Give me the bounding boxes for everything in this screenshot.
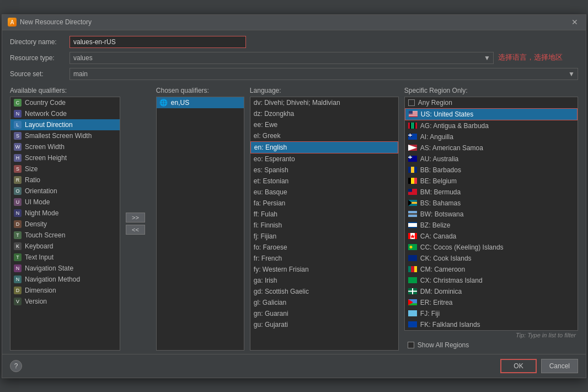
ai-flag-icon (408, 134, 417, 140)
region-be[interactable]: BE: Belgium (405, 176, 578, 187)
qualifier-ratio[interactable]: R Ratio (10, 174, 120, 186)
region-cm[interactable]: CM: Cameroon (405, 264, 578, 275)
lang-dz[interactable]: dz: Dzongkha (250, 108, 398, 119)
help-button[interactable]: ? (10, 360, 22, 372)
lang-fr[interactable]: fr: French (250, 253, 398, 264)
language-list[interactable]: dv: Divehi; Dhivehi; Maldivian dz: Dzong… (250, 97, 399, 351)
region-bs[interactable]: BS: Bahamas (405, 198, 578, 209)
lang-gd[interactable]: gd: Scottish Gaelic (250, 286, 398, 297)
region-ca[interactable]: CA: Canada (405, 231, 578, 242)
footer: ? OK Cancel (2, 354, 586, 378)
available-qualifiers-list[interactable]: C Country Code N Network Code L Layout D… (10, 97, 120, 351)
lang-ff[interactable]: ff: Fulah (250, 209, 398, 220)
qualifier-version-label: Version (25, 298, 47, 305)
source-set-select[interactable]: main (70, 68, 578, 80)
source-set-wrapper: main ▼ (70, 68, 578, 80)
region-er[interactable]: ER: Eritrea (405, 297, 578, 308)
lang-gl[interactable]: gl: Galician (250, 297, 398, 308)
show-all-regions-item[interactable]: Show All Regions (404, 340, 578, 351)
region-ai[interactable]: AI: Anguilla (405, 131, 578, 142)
qualifier-keyboard[interactable]: K Keyboard (10, 241, 120, 252)
region-bb[interactable]: BB: Barbados (405, 165, 578, 176)
available-qualifiers-panel: Available qualifiers: C Country Code N N… (10, 87, 120, 351)
qualifier-size[interactable]: S Size (10, 163, 120, 174)
svg-rect-22 (411, 167, 414, 173)
qualifier-dimension[interactable]: D Dimension (10, 285, 120, 296)
region-au[interactable]: AU: Australia (405, 153, 578, 165)
cancel-button[interactable]: Cancel (541, 359, 578, 373)
bz-flag-icon (408, 222, 417, 228)
be-flag-icon (408, 178, 417, 184)
qualifier-smallest-screen-width[interactable]: S Smallest Screen Width (10, 130, 120, 141)
main-content: Available qualifiers: C Country Code N N… (2, 83, 586, 354)
qualifier-country-code[interactable]: C Country Code (10, 97, 120, 108)
qualifier-navigation-method[interactable]: N Navigation Method (10, 274, 120, 285)
remove-qualifier-button[interactable]: << (126, 225, 145, 235)
lang-ga[interactable]: ga: Irish (250, 275, 398, 286)
lang-fa[interactable]: fa: Persian (250, 198, 398, 209)
lang-et[interactable]: et: Estonian (250, 176, 398, 187)
lang-gn[interactable]: gn: Guarani (250, 308, 398, 319)
region-fk[interactable]: FK: Falkland Islands (405, 319, 578, 330)
qualifier-screen-width[interactable]: W Screen Width (10, 141, 120, 152)
lang-es[interactable]: es: Spanish (250, 165, 398, 176)
lang-fy[interactable]: fy: Western Frisian (250, 264, 398, 275)
lang-eo[interactable]: eo: Esperanto (250, 153, 398, 165)
qualifier-navigation-state[interactable]: N Navigation State (10, 263, 120, 274)
size-icon: S (14, 165, 22, 173)
close-button[interactable]: ✕ (569, 17, 580, 27)
lang-dv[interactable]: dv: Divehi; Dhivehi; Maldivian (250, 97, 398, 108)
region-cc[interactable]: CC: Cocos (Keeling) Islands (405, 242, 578, 253)
lang-fj[interactable]: fj: Fijian (250, 231, 398, 242)
region-bz[interactable]: BZ: Belize (405, 220, 578, 231)
region-ck[interactable]: CK: Cook Islands (405, 253, 578, 264)
lang-el[interactable]: el: Greek (250, 130, 398, 141)
svg-point-44 (409, 246, 412, 248)
region-as[interactable]: AS: American Samoa (405, 142, 578, 153)
lang-en[interactable]: en: English (250, 141, 398, 153)
region-cx[interactable]: CX: Christmas Island (405, 275, 578, 286)
region-bm[interactable]: BM: Bermuda (405, 187, 578, 198)
qualifier-night-mode[interactable]: N Night Mode (10, 208, 120, 219)
lang-fi[interactable]: fi: Finnish (250, 220, 398, 231)
qualifier-ui-mode[interactable]: U UI Mode (10, 197, 120, 208)
qualifier-layout-direction[interactable]: L Layout Direction (10, 119, 120, 130)
qualifier-screen-height-label: Screen Height (25, 154, 67, 162)
show-all-regions-checkbox[interactable] (408, 342, 414, 348)
er-flag-icon (408, 299, 417, 305)
chosen-qualifiers-panel: Chosen qualifiers: 🌐 en,US (156, 87, 244, 351)
chosen-qualifiers-list[interactable]: 🌐 en,US (156, 97, 244, 351)
any-region-checkbox[interactable] (408, 99, 415, 106)
qualifier-screen-height[interactable]: H Screen Height (10, 152, 120, 163)
qualifier-network-code[interactable]: N Network Code (10, 108, 120, 119)
svg-rect-43 (408, 244, 417, 250)
chosen-en-us[interactable]: 🌐 en,US (157, 97, 244, 108)
lang-gd-label: gd: Scottish Gaelic (254, 288, 309, 295)
region-bs-label: BS: Bahamas (420, 199, 461, 207)
directory-name-input[interactable] (70, 36, 246, 48)
lang-fo[interactable]: fo: Faroese (250, 242, 398, 253)
region-any[interactable]: Any Region (405, 97, 578, 108)
ok-button[interactable]: OK (500, 359, 536, 373)
qualifier-orientation[interactable]: O Orientation (10, 186, 120, 197)
lang-eu[interactable]: eu: Basque (250, 187, 398, 198)
qualifier-version[interactable]: V Version (10, 296, 120, 307)
region-fj[interactable]: FJ: Fiji (405, 308, 578, 319)
fk-flag-icon (408, 321, 417, 327)
region-list[interactable]: Any Region US: United States (404, 97, 578, 331)
region-dm[interactable]: DM: Dominica (405, 286, 578, 297)
qualifier-density[interactable]: D Density (10, 219, 120, 230)
region-us[interactable]: US: United States (405, 108, 578, 120)
layout-direction-icon: L (14, 121, 22, 129)
region-bm-label: BM: Bermuda (420, 188, 461, 196)
lang-fj-label: fj: Fijian (254, 232, 276, 240)
qualifier-touch-screen[interactable]: T Touch Screen (10, 230, 120, 241)
region-bw[interactable]: BW: Botswana (405, 209, 578, 220)
lang-ee[interactable]: ee: Ewe (250, 119, 398, 130)
region-ag[interactable]: AG: Antigua & Barbuda (405, 120, 578, 131)
ca-flag-icon (408, 233, 417, 239)
lang-gu[interactable]: gu: Gujarati (250, 319, 398, 330)
qualifier-text-input[interactable]: T Text Input (10, 252, 120, 263)
resource-type-select[interactable]: values (70, 52, 494, 64)
add-qualifier-button[interactable]: >> (126, 213, 145, 223)
